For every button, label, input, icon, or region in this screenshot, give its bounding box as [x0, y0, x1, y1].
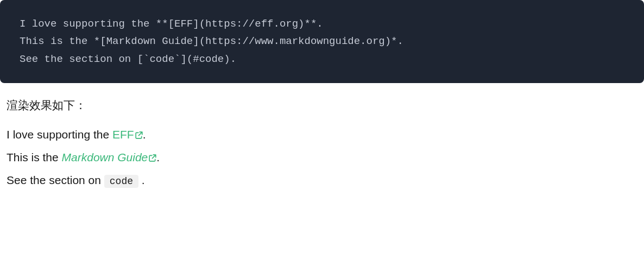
- rendered-label: 渲染效果如下：: [7, 96, 637, 115]
- line3-prefix: See the section on: [7, 174, 104, 186]
- external-link-icon: [135, 131, 143, 139]
- code-link[interactable]: code: [104, 174, 138, 186]
- line1-prefix: I love supporting the: [7, 128, 112, 141]
- eff-link[interactable]: EFF: [112, 128, 143, 141]
- code-content: I love supporting the **[EFF](https://ef…: [20, 15, 624, 68]
- code-inline-text: code: [104, 175, 138, 188]
- markdown-guide-link[interactable]: Markdown Guide: [62, 151, 157, 163]
- eff-link-text: EFF: [112, 128, 134, 141]
- line2-prefix: This is the: [7, 151, 62, 163]
- rendered-line-2: This is the Markdown Guide.: [7, 148, 637, 167]
- rendered-line-3: See the section on code .: [7, 170, 637, 190]
- line2-suffix: .: [156, 151, 160, 163]
- rendered-line-1: I love supporting the EFF.: [7, 125, 637, 144]
- line1-suffix: .: [143, 128, 146, 141]
- code-block: I love supporting the **[EFF](https://ef…: [0, 0, 644, 83]
- external-link-icon-2: [149, 154, 156, 162]
- markdown-guide-link-text: Markdown Guide: [62, 151, 148, 163]
- line3-suffix: .: [142, 174, 145, 186]
- rendered-section: 渲染效果如下： I love supporting the EFF. This …: [0, 83, 644, 206]
